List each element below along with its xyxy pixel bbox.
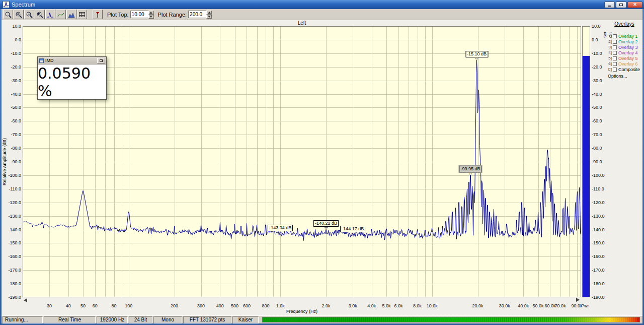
maximize-icon <box>619 4 623 6</box>
cursor-icon <box>94 11 101 18</box>
statusbar-segment: Kaiser <box>232 316 259 323</box>
x-tick-label: 30 <box>47 303 52 308</box>
overlay-on-checkbox[interactable] <box>613 56 617 60</box>
overlay-label[interactable]: Overlay 3 <box>618 45 638 50</box>
x-tick-label: 60.0k <box>544 303 555 308</box>
filled-trace-button[interactable] <box>66 10 76 19</box>
imd-restore-button[interactable] <box>97 58 105 63</box>
app-icon <box>3 1 10 8</box>
y-tick-label: -150.0 <box>0 240 21 245</box>
overlay-label[interactable]: Overlay 1 <box>618 34 638 39</box>
x-tick-label: 20.0k <box>472 303 484 308</box>
overlay-row: 3]Overlay 3 <box>606 44 638 50</box>
magnifier-icon <box>5 11 12 18</box>
imd-titlebar[interactable]: IMD <box>38 57 106 64</box>
cursor-marker[interactable]: -144.17 dB▽ <box>340 223 365 236</box>
x-tick-label: 8.0k <box>413 303 422 308</box>
marker-arrow-icon: ▽ <box>268 231 293 235</box>
zoom-in-button[interactable] <box>14 10 24 19</box>
cursor-marker[interactable]: -140.22 dB▽ <box>313 218 339 230</box>
y-tick-label: -100.0 <box>592 173 605 178</box>
overlay-label[interactable]: Composite <box>618 67 640 72</box>
plot-range-input[interactable] <box>188 11 206 18</box>
imd-window-icon <box>39 58 44 63</box>
window-title: Spectrum <box>12 0 603 9</box>
cursor-marker[interactable]: -15.10 dB▽ <box>465 48 488 61</box>
scroll-right-arrow[interactable] <box>576 298 580 302</box>
overlay-row: 2]Overlay 2 <box>606 39 638 44</box>
minimize-button[interactable] <box>604 2 615 8</box>
plot-range-down-button[interactable] <box>206 15 212 19</box>
overlay-set-button[interactable]: 5] <box>606 56 612 60</box>
y-tick-label: -60.0 <box>592 118 602 123</box>
cursor-marker[interactable]: -99.95 dB▽ <box>459 163 482 176</box>
x-tick-label: 400 <box>216 303 224 308</box>
zoom-out-button[interactable] <box>24 10 34 19</box>
zoom-region-button[interactable] <box>35 10 45 19</box>
y-tick-label: -190.0 <box>592 295 605 300</box>
magnifier-plus-icon <box>15 11 22 18</box>
overlays-title: Overlays <box>606 21 642 27</box>
data-table-button[interactable] <box>77 10 87 19</box>
y-tick-label: -120.0 <box>592 200 605 205</box>
y-tick-label: -50.0 <box>0 105 21 110</box>
marker-arrow-icon: ▽ <box>313 227 339 230</box>
overlay-on-checkbox[interactable] <box>613 40 617 44</box>
cursor-marker[interactable]: -143.04 dB▽ <box>268 222 293 235</box>
y-tick-label: -30.0 <box>0 78 21 83</box>
imd-window: IMD 0.0590 % <box>37 56 107 100</box>
overlay-on-checkbox[interactable] <box>613 45 617 49</box>
channel-title: Left <box>23 20 581 26</box>
overlays-options-button[interactable]: Options... <box>608 74 627 79</box>
overlay-on-checkbox[interactable] <box>613 51 617 55</box>
overlay-on-checkbox[interactable] <box>613 68 617 72</box>
peak-trace-button[interactable] <box>45 10 55 19</box>
plot-top-up-button[interactable] <box>148 11 154 15</box>
curve-trace-icon <box>57 11 64 18</box>
overlay-on-checkbox[interactable] <box>613 62 617 66</box>
plot-top-label: Plot Top: <box>107 12 129 18</box>
overlay-label[interactable]: Overlay 5 <box>618 56 638 61</box>
y-tick-label: -10.0 <box>592 51 602 56</box>
y-tick-label: -130.0 <box>592 214 605 219</box>
overlay-on-checkbox[interactable] <box>613 34 617 38</box>
titlebar[interactable]: Spectrum ✕ <box>0 0 644 9</box>
overlay-set-button[interactable]: 3] <box>606 45 612 49</box>
overlay-set-button[interactable]: C] <box>606 67 612 72</box>
zoom-button[interactable] <box>3 10 13 19</box>
y-tick-label: -180.0 <box>592 281 605 286</box>
y-tick-label: -80.0 <box>592 146 602 151</box>
plot-top-input[interactable] <box>130 11 148 18</box>
y-tick-label: -20.0 <box>0 64 21 70</box>
x-tick-label: 800 <box>262 303 270 308</box>
plot-range-up-button[interactable] <box>206 11 212 15</box>
y-tick-label: -170.0 <box>0 268 21 273</box>
y-tick-label: -110.0 <box>592 186 604 191</box>
x-tick-label: 60 <box>93 303 98 308</box>
overlay-label[interactable]: Overlay 6 <box>618 61 638 67</box>
scroll-left-arrow[interactable] <box>24 298 27 302</box>
overlay-set-button[interactable]: 2] <box>606 39 612 44</box>
down-arrow-icon <box>149 16 152 18</box>
statusbar-segment: 192000 Hz <box>97 316 128 323</box>
close-button[interactable]: ✕ <box>627 2 642 8</box>
overlay-set-button[interactable]: 1] <box>606 34 612 38</box>
x-tick-label: 40.0k <box>518 303 529 308</box>
y-tick-label: -180.0 <box>0 281 21 286</box>
y-tick-label: -150.0 <box>592 240 605 245</box>
y-tick-label: 0.0 <box>592 37 598 42</box>
up-arrow-icon <box>208 12 211 14</box>
statusbar: Running...Real Time192000 Hz24 BitMonoFF… <box>2 315 642 323</box>
statusbar-segment: Real Time <box>44 316 96 323</box>
plot-top-down-button[interactable] <box>148 15 154 19</box>
x-tick-label: 600 <box>243 303 251 308</box>
y-tick-label: -90.0 <box>592 159 602 164</box>
x-tick-label: 4.0k <box>367 303 376 308</box>
overlay-label[interactable]: Overlay 4 <box>618 50 638 55</box>
overlay-set-button[interactable]: 4] <box>606 50 612 55</box>
cursor-button[interactable] <box>93 10 103 19</box>
curve-trace-button[interactable] <box>56 10 66 19</box>
overlay-set-button[interactable]: 6] <box>606 61 612 66</box>
maximize-button[interactable] <box>616 2 626 8</box>
overlay-label[interactable]: Overlay 2 <box>618 39 638 44</box>
